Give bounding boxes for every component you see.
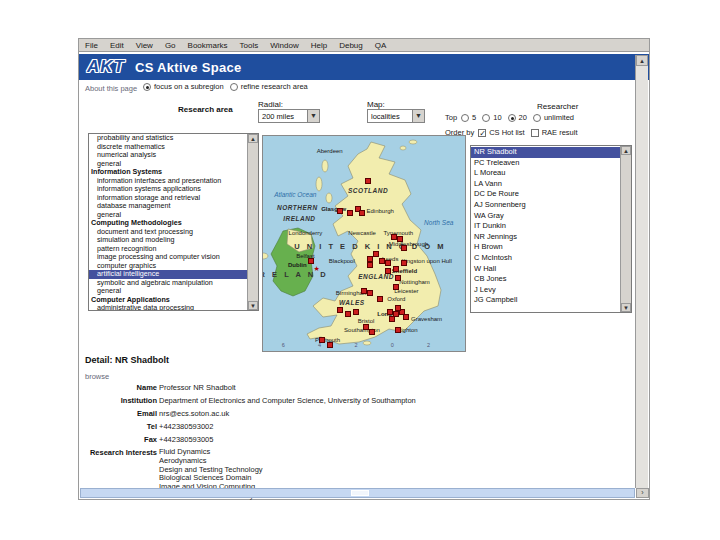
researcher-location-marker[interactable] bbox=[362, 289, 366, 293]
menu-item-tools[interactable]: Tools bbox=[240, 41, 259, 50]
app-window: FileEditViewGoBookmarksToolsWindowHelpDe… bbox=[78, 38, 650, 500]
scroll-down-icon[interactable]: ▼ bbox=[621, 303, 631, 312]
researcher-location-marker[interactable] bbox=[404, 315, 408, 319]
menu-item-go[interactable]: Go bbox=[165, 41, 176, 50]
checkbox-icon[interactable]: ✓ bbox=[478, 129, 486, 137]
menu-item-bookmarks[interactable]: Bookmarks bbox=[188, 41, 228, 50]
order-option-label: RAE result bbox=[542, 128, 578, 137]
menu-item-help[interactable]: Help bbox=[311, 41, 327, 50]
scroll-right-icon[interactable]: › bbox=[636, 488, 649, 498]
chevron-down-icon[interactable]: ▼ bbox=[307, 110, 319, 122]
researcher-location-marker[interactable] bbox=[320, 338, 324, 342]
researcher-location-marker[interactable] bbox=[354, 310, 358, 314]
researcher-item[interactable]: L Moreau bbox=[471, 168, 620, 179]
researcher-item[interactable]: NR Shadbolt bbox=[471, 147, 620, 158]
researcher-location-marker[interactable] bbox=[368, 263, 372, 267]
scroll-down-icon[interactable]: ▼ bbox=[248, 301, 258, 310]
radial-select[interactable]: 200 miles ▼ bbox=[258, 109, 320, 123]
checkbox-icon[interactable] bbox=[531, 129, 539, 137]
researcher-item[interactable]: CB Jones bbox=[471, 274, 620, 285]
mode-option[interactable]: refine research area bbox=[230, 82, 314, 91]
research-area-scrollbar[interactable]: ▲ ▼ bbox=[247, 134, 258, 310]
researcher-location-marker[interactable] bbox=[388, 310, 392, 314]
researcher-item[interactable]: H Brown bbox=[471, 242, 620, 253]
researcher-location-marker[interactable] bbox=[378, 297, 382, 301]
top-option[interactable]: unlimited bbox=[533, 113, 580, 122]
researcher-item[interactable]: LA Vann bbox=[471, 179, 620, 190]
researcher-location-marker[interactable] bbox=[380, 259, 384, 263]
researcher-location-marker[interactable] bbox=[396, 328, 400, 332]
researcher-location-marker[interactable] bbox=[368, 291, 372, 295]
chevron-down-icon[interactable]: ▼ bbox=[412, 110, 424, 122]
researcher-location-marker[interactable] bbox=[392, 235, 396, 239]
researcher-location-marker[interactable] bbox=[386, 269, 390, 273]
researcher-location-marker[interactable] bbox=[360, 211, 364, 215]
map-label: NORTHERN bbox=[277, 203, 318, 210]
researcher-location-marker[interactable] bbox=[338, 308, 342, 312]
researcher-item[interactable]: JG Campbell bbox=[471, 295, 620, 306]
map-label: Bristol bbox=[358, 318, 375, 324]
research-area-item[interactable]: administrative data processing bbox=[89, 304, 247, 311]
researcher-location-marker[interactable] bbox=[398, 237, 402, 241]
top-radio-icon[interactable] bbox=[533, 114, 541, 122]
researcher-location-marker[interactable] bbox=[390, 317, 394, 321]
researcher-item[interactable]: J Levy bbox=[471, 285, 620, 296]
researcher-location-marker[interactable] bbox=[338, 209, 342, 213]
researcher-item[interactable]: C McIntosh bbox=[471, 253, 620, 264]
researcher-location-marker[interactable] bbox=[368, 257, 372, 261]
top-radio-icon[interactable] bbox=[508, 114, 516, 122]
researcher-location-marker[interactable] bbox=[386, 261, 390, 265]
map-label: Atlantic Ocean bbox=[274, 191, 316, 198]
researcher-location-marker[interactable] bbox=[364, 325, 368, 329]
menu-item-debug[interactable]: Debug bbox=[339, 41, 363, 50]
researcher-location-marker[interactable] bbox=[366, 179, 370, 183]
researcher-location-marker[interactable] bbox=[394, 312, 398, 316]
researcher-location-marker[interactable] bbox=[309, 259, 313, 263]
order-option[interactable]: RAE result bbox=[531, 128, 584, 137]
order-option[interactable]: ✓CS Hot list bbox=[478, 128, 530, 137]
menu-item-view[interactable]: View bbox=[136, 41, 153, 50]
researcher-item[interactable]: WA Gray bbox=[471, 211, 620, 222]
window-vertical-scrollbar[interactable]: ▴ bbox=[635, 55, 648, 488]
top-radio-icon[interactable] bbox=[461, 114, 469, 122]
researcher-location-marker[interactable] bbox=[348, 211, 352, 215]
researcher-location-marker[interactable] bbox=[328, 343, 332, 347]
researcher-item[interactable]: NR Jennings bbox=[471, 232, 620, 243]
top-option[interactable]: 10 bbox=[482, 113, 507, 122]
mode-option[interactable]: focus on a subregion bbox=[143, 82, 230, 91]
researcher-item[interactable]: W Hall bbox=[471, 264, 620, 275]
menu-item-edit[interactable]: Edit bbox=[110, 41, 124, 50]
researcher-location-marker[interactable] bbox=[394, 285, 398, 289]
researcher-location-marker[interactable] bbox=[396, 276, 400, 280]
researcher-item[interactable]: AJ Sonnenberg bbox=[471, 200, 620, 211]
top-radio-icon[interactable] bbox=[482, 114, 490, 122]
browse-link[interactable]: browse bbox=[85, 372, 109, 381]
researcher-listbox[interactable]: NR ShadboltPC TreleavenL MoreauLA VannDC… bbox=[470, 145, 632, 313]
researcher-item[interactable]: DC De Roure bbox=[471, 189, 620, 200]
menu-item-qa[interactable]: QA bbox=[375, 41, 387, 50]
researcher-scrollbar[interactable]: ▲ ▼ bbox=[620, 146, 631, 312]
researcher-item[interactable]: PC Treleaven bbox=[471, 158, 620, 169]
top-option[interactable]: 20 bbox=[508, 113, 533, 122]
mode-radio-icon[interactable] bbox=[230, 83, 238, 91]
map-select[interactable]: localities ▼ bbox=[367, 109, 425, 123]
scroll-up-icon[interactable]: ▴ bbox=[636, 55, 648, 66]
researcher-location-marker[interactable] bbox=[402, 261, 406, 265]
researcher-item[interactable]: IT Dunkin bbox=[471, 221, 620, 232]
scrollbar-thumb[interactable] bbox=[351, 490, 369, 496]
researcher-location-marker[interactable] bbox=[402, 246, 406, 250]
scroll-up-icon[interactable]: ▲ bbox=[248, 134, 258, 143]
menu-item-window[interactable]: Window bbox=[270, 41, 298, 50]
top-option[interactable]: 5 bbox=[461, 113, 482, 122]
mode-radio-icon[interactable] bbox=[143, 83, 151, 91]
scroll-up-icon[interactable]: ▲ bbox=[621, 146, 631, 155]
researcher-location-marker[interactable] bbox=[374, 252, 378, 256]
researcher-location-marker[interactable] bbox=[370, 330, 374, 334]
researcher-location-marker[interactable] bbox=[394, 267, 398, 271]
researcher-location-marker[interactable] bbox=[346, 312, 350, 316]
menu-item-file[interactable]: File bbox=[85, 41, 98, 50]
window-horizontal-scrollbar[interactable] bbox=[80, 488, 635, 498]
uk-map[interactable]: Atlantic OceanNorth SeaSCOTLANDNORTHERNI… bbox=[262, 135, 466, 352]
research-area-listbox[interactable]: probability and statisticsdiscrete mathe… bbox=[88, 133, 259, 311]
researcher-location-marker[interactable] bbox=[396, 306, 400, 310]
